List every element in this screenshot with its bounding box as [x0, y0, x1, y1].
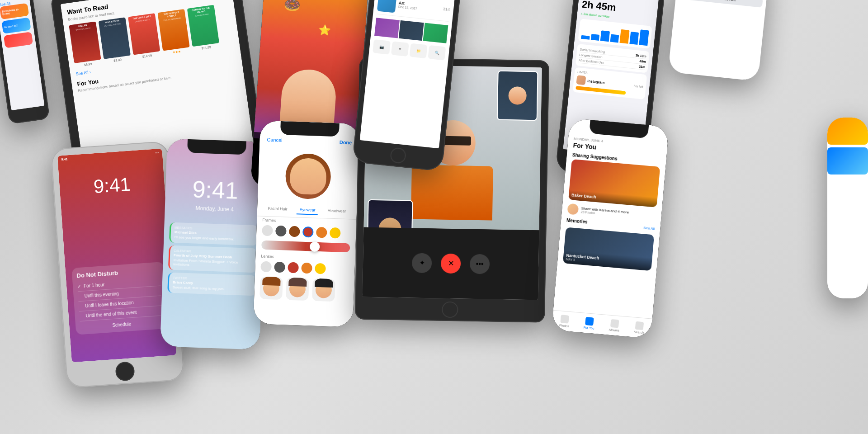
- lock-notif-twitter[interactable]: TWITTER Brian Carey Sweet stuff, that so…: [167, 273, 256, 296]
- st-instagram-name: Instagram: [587, 79, 632, 87]
- dnd-schedule-btn[interactable]: Schedule: [80, 319, 163, 330]
- memoji-variants-row: [259, 277, 349, 302]
- dnd-status-icons: ▪▪▪: [155, 151, 159, 155]
- memoji-lenses-row: [260, 261, 349, 275]
- memoji-lenses-label: Lenses: [261, 254, 349, 262]
- shortcut-item-3[interactable]: [4, 32, 33, 48]
- notif-body-calendar: Invitation From Smeeta Singpur: 7 Voice …: [173, 258, 254, 269]
- foryou-content: MONDAY, JUNE 4 For You Sharing Suggestio…: [552, 118, 669, 338]
- foryou-tab-search[interactable]: Search: [634, 321, 645, 334]
- foryou-tab-albums-label: Albums: [609, 328, 619, 332]
- book-warstorm[interactable]: WAR STORM VICTORIA AVEYARD $3.99: [99, 17, 132, 64]
- memoji-done-btn[interactable]: Done: [340, 139, 352, 145]
- memoji-frames-row: [262, 225, 351, 239]
- foryou-memory-card[interactable]: Nantucket Beach MAY 5: [563, 227, 654, 271]
- book-coming[interactable]: COMING TO THE ISLAND JOHN GRISHAM $11.99: [187, 5, 220, 52]
- memoji-variant-2[interactable]: [286, 278, 309, 301]
- dnd-content: 9:41 ▪▪▪ 9:41 Do Not Disturb For 1 hour …: [57, 149, 176, 363]
- foryou-contact-avatar: [567, 203, 579, 215]
- memoji-notch: [280, 121, 340, 137]
- memoji-variant-3[interactable]: [312, 278, 335, 302]
- memoji-tab-headwear[interactable]: Headwear: [325, 206, 349, 216]
- foryou-tab-albums[interactable]: Albums: [609, 319, 620, 332]
- shortcuts-content: shortcuts See All Directions to Event to…: [0, 0, 44, 110]
- foryou-beach-card[interactable]: Baker Beach: [568, 159, 660, 208]
- iphone-fb: f Manage not... Order Mint M... Mini Mob…: [668, 0, 769, 81]
- foryou-tab-search-icon: [635, 321, 644, 330]
- memoji-frames-slider[interactable]: [261, 241, 350, 253]
- facetime-end-btn[interactable]: ✕: [441, 254, 461, 274]
- lens-swatch-orange[interactable]: [301, 263, 312, 274]
- st-longest-value: 48m: [639, 60, 646, 63]
- moments-thumb-art: [377, 0, 397, 13]
- dnd-popup: Do Not Disturb For 1 hour Until this eve…: [71, 262, 168, 335]
- facetime-controls: ✦ ✕ •••: [363, 227, 539, 300]
- memoji-tab-eyewear[interactable]: Eyewear: [297, 205, 318, 215]
- foryou-tab-search-label: Search: [634, 330, 644, 334]
- foryou-tab-albums-icon: [610, 319, 619, 328]
- lens-swatch-red[interactable]: [288, 262, 299, 274]
- lock-notif-calendar[interactable]: CALENDAR Fourth of July BBQ Summer Bash …: [168, 245, 258, 273]
- swatch-gray[interactable]: [275, 226, 287, 237]
- foryou-tab-foryou[interactable]: For You: [583, 317, 595, 330]
- lens-swatch-gray[interactable]: [274, 262, 285, 273]
- memoji-avatar: [285, 153, 331, 199]
- partial-card-2: [827, 147, 868, 175]
- partial-card-1: [827, 118, 868, 145]
- st-bar-1: [581, 35, 590, 39]
- partial-content: [827, 118, 868, 298]
- dnd-home-btn[interactable]: [115, 361, 135, 382]
- swatch-red-selected[interactable]: [302, 226, 314, 238]
- memoji-tab-facial-hair[interactable]: Facial Hair: [265, 204, 290, 214]
- memoji-colors-section: Frames Lenses: [259, 218, 351, 302]
- foryou-scroll-content: MONDAY, JUNE 4 For You Sharing Suggestio…: [552, 136, 668, 339]
- moments-nav-icons: 📷 ♥ 📁 🔍: [373, 39, 446, 61]
- memoji-tabs: Facial Hair Eyewear Headwear: [257, 204, 357, 220]
- memoji-variant-1[interactable]: [259, 277, 283, 300]
- shortcut-item-2[interactable]: to start off: [1, 17, 31, 33]
- st-bar-2: [590, 34, 599, 41]
- moments-albums-tab[interactable]: 📁: [410, 43, 428, 59]
- foryou-tab-photos-label: Photos: [559, 324, 569, 328]
- moments-photo-2[interactable]: [399, 20, 424, 41]
- dnd-status-bar: 9:41 ▪▪▪: [57, 149, 163, 163]
- foryou-memories-label: Memories: [566, 218, 588, 225]
- facetime-more-btn[interactable]: •••: [470, 254, 490, 274]
- lens-swatch-yellow[interactable]: [315, 263, 326, 274]
- st-bar-4: [610, 34, 619, 42]
- iphone-shortcuts: shortcuts See All Directions to Event to…: [0, 0, 50, 124]
- swatch-white[interactable]: [262, 225, 273, 236]
- book-perfect[interactable]: THE PERFECT COUPLE ELIN HILDERBRAND ★★★: [157, 9, 190, 56]
- facetime-effects-btn[interactable]: ✦: [412, 253, 432, 273]
- fb-content: f Manage not... Order Mint M... Mini Mob…: [668, 0, 769, 81]
- ipad-facetime-home[interactable]: [442, 302, 458, 318]
- swatch-orange[interactable]: [316, 227, 327, 238]
- moments-item-art[interactable]: Art Dec 19, 2017 314: [377, 0, 451, 22]
- lock-date: Monday, June 4: [165, 204, 264, 214]
- moments-home-btn[interactable]: [390, 147, 406, 164]
- moments-photo-1[interactable]: [374, 18, 400, 38]
- memoji-cancel-btn[interactable]: Cancel: [267, 137, 283, 143]
- moments-photo-grid: [374, 18, 448, 43]
- camera-sticker-star: ⭐: [318, 24, 331, 37]
- swatch-yellow[interactable]: [330, 227, 341, 239]
- st-instagram-icon: [576, 75, 586, 85]
- dnd-time-display: 9:41: [93, 174, 131, 198]
- foryou-see-all[interactable]: See All: [643, 226, 655, 231]
- lens-swatch-clear[interactable]: [260, 261, 272, 273]
- moments-foryou-tab[interactable]: ♥: [391, 41, 409, 57]
- fb-btn-2[interactable]: Mini Mobile A...: [679, 0, 763, 8]
- memoji-slider-thumb[interactable]: [309, 241, 320, 252]
- moments-photo-3[interactable]: [423, 23, 448, 43]
- foryou-tab-foryou-icon: [585, 317, 594, 326]
- book-fallen[interactable]: FALLEN DAVID BALDACCI $5.99: [69, 21, 102, 68]
- moments-photos-tab[interactable]: 📷: [373, 39, 391, 55]
- moments-item-info: Art Dec 19, 2017: [398, 0, 441, 13]
- st-instagram-time: 5m left: [633, 84, 643, 88]
- st-bar-6: [629, 32, 639, 45]
- swatch-brown[interactable]: [289, 226, 300, 237]
- moments-search-tab[interactable]: 🔍: [428, 45, 446, 61]
- book-littlelies[interactable]: THE LITTLE LIES LIANE MORIARTY $14.99: [128, 13, 161, 60]
- lock-notif-messages[interactable]: MESSAGES Michael Dibs I'll see you brigh…: [169, 222, 258, 246]
- foryou-tab-photos[interactable]: Photos: [559, 315, 570, 328]
